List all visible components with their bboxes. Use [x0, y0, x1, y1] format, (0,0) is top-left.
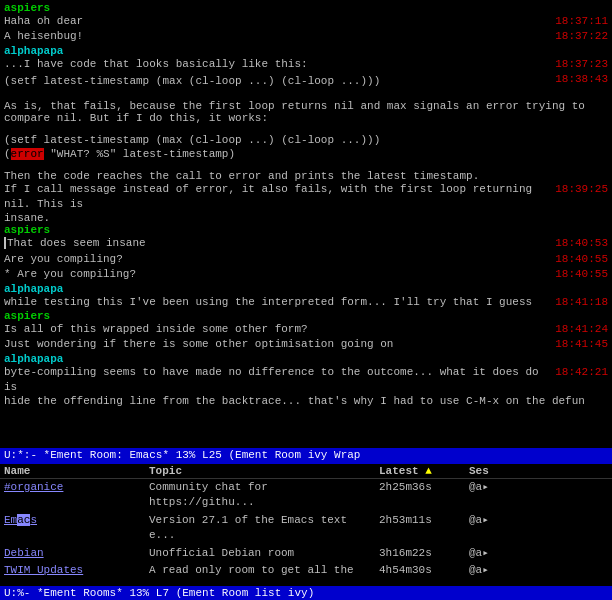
- username: alphapapa: [4, 45, 63, 57]
- username: alphapapa: [4, 353, 63, 365]
- message-block: aspiers Is all of this wrapped inside so…: [4, 310, 608, 353]
- room-latest: 2h53m11s: [379, 513, 469, 544]
- list-item[interactable]: TWIM Updates A read only room to get all…: [0, 562, 612, 586]
- room-topic: Version 27.1 of the Emacs text e...: [149, 513, 379, 544]
- list-item[interactable]: Emacs Version 27.1 of the Emacs text e..…: [0, 512, 612, 545]
- chat-line: That does seem insane 18:40:53: [4, 236, 608, 251]
- room-latest: 3h16m22s: [379, 546, 469, 561]
- chat-line: insane.: [4, 212, 608, 224]
- room-name[interactable]: #organice: [4, 480, 149, 511]
- chat-line: while testing this I've been using the i…: [4, 295, 608, 310]
- status-bar-1: U:*:- *Ement Room: Emacs* 13% L25 (Ement…: [0, 448, 612, 464]
- room-name-highlighted: ac: [17, 514, 30, 526]
- chat-line: byte-compiling seems to have made no dif…: [4, 365, 608, 396]
- username: aspiers: [4, 2, 50, 14]
- room-list-header: Name Topic Latest ▲ Ses: [0, 464, 612, 479]
- room-topic: Community chat for https://githu...: [149, 480, 379, 511]
- chat-line: * Are you compiling? 18:40:55: [4, 267, 608, 282]
- room-topic: A read only room to get all the ...: [149, 563, 379, 586]
- message-continuation: Then the code reaches the call to error …: [4, 170, 608, 225]
- room-name[interactable]: Emacs: [4, 513, 149, 544]
- room-name[interactable]: TWIM Updates: [4, 563, 149, 586]
- chat-line: ...I have code that looks basically like…: [4, 57, 608, 72]
- list-item[interactable]: Debian Unofficial Debian room 3h16m22s @…: [0, 545, 612, 562]
- chat-line: hide the offending line from the backtra…: [4, 395, 608, 407]
- room-ses: @a▸: [469, 480, 509, 511]
- code-line: (setf latest-timestamp (max (cl-loop ...…: [4, 134, 608, 146]
- chat-line: compare nil. But if I do this, it works:: [4, 112, 608, 124]
- chat-line: Just wondering if there is some other op…: [4, 337, 608, 352]
- chat-line: If I call message instead of error, it a…: [4, 182, 608, 213]
- username: aspiers: [4, 224, 50, 236]
- chat-line: As is, that fails, because the first loo…: [4, 100, 608, 112]
- room-ses: @a▸: [469, 546, 509, 561]
- col-topic-header: Topic: [149, 465, 379, 477]
- chat-line: Haha oh dear 18:37:11: [4, 14, 608, 29]
- room-list: Name Topic Latest ▲ Ses #organice Commun…: [0, 464, 612, 586]
- chat-line: Is all of this wrapped inside some other…: [4, 322, 608, 337]
- col-ses-header: Ses: [469, 465, 509, 477]
- message-block: aspiers That does seem insane 18:40:53 A…: [4, 224, 608, 282]
- code-section: (setf latest-timestamp (max (cl-loop ...…: [4, 134, 608, 160]
- room-ses: @a▸: [469, 513, 509, 544]
- room-name[interactable]: Debian: [4, 546, 149, 561]
- message-continuation: As is, that fails, because the first loo…: [4, 100, 608, 124]
- room-link[interactable]: Em: [4, 514, 17, 526]
- username: aspiers: [4, 310, 50, 322]
- room-link[interactable]: s: [30, 514, 37, 526]
- col-name-header: Name: [4, 465, 149, 477]
- message-block: alphapapa ...I have code that looks basi…: [4, 45, 608, 92]
- message-block: alphapapa byte-compiling seems to have m…: [4, 353, 608, 408]
- chat-line: (setf latest-timestamp (max (cl-loop ...…: [4, 72, 608, 91]
- error-keyword: error: [11, 148, 44, 160]
- room-topic: Unofficial Debian room: [149, 546, 379, 561]
- chat-line: Are you compiling? 18:40:55: [4, 252, 608, 267]
- list-item[interactable]: #organice Community chat for https://git…: [0, 479, 612, 512]
- status-bar-2-text: U:%- *Ement Rooms* 13% L7 (Ement Room li…: [4, 587, 314, 599]
- message-block: alphapapa while testing this I've been u…: [4, 283, 608, 310]
- chat-line: Then the code reaches the call to error …: [4, 170, 608, 182]
- room-latest: 4h54m30s: [379, 563, 469, 586]
- username: alphapapa: [4, 283, 63, 295]
- sort-arrow: ▲: [425, 465, 432, 477]
- chat-area: aspiers Haha oh dear 18:37:11 A heisenbu…: [0, 0, 612, 448]
- status-bar-1-text: U:*:- *Ement Room: Emacs* 13% L25 (Ement…: [4, 449, 360, 461]
- code-line: (error "WHAT? %S" latest-timestamp): [4, 148, 608, 160]
- room-ses: @a▸: [469, 563, 509, 586]
- status-bar-2: U:%- *Ement Rooms* 13% L7 (Ement Room li…: [0, 586, 612, 600]
- message-block: aspiers Haha oh dear 18:37:11 A heisenbu…: [4, 2, 608, 45]
- col-latest-header: Latest ▲: [379, 465, 469, 477]
- room-latest: 2h25m36s: [379, 480, 469, 511]
- chat-line: A heisenbug! 18:37:22: [4, 29, 608, 44]
